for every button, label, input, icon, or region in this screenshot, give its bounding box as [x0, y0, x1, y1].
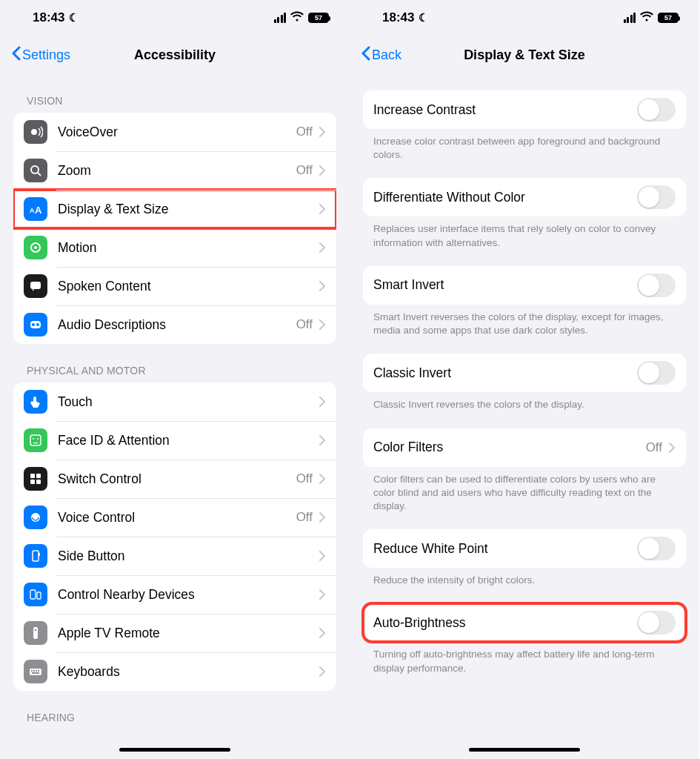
- row-touch[interactable]: Touch: [13, 382, 336, 421]
- desc-smart-invert: Smart Invert reverses the colors of the …: [350, 305, 699, 337]
- row-classic-invert[interactable]: Classic Invert: [363, 354, 686, 392]
- svg-rect-14: [36, 474, 41, 478]
- svg-rect-22: [33, 627, 38, 639]
- battery-icon: 57: [308, 13, 329, 23]
- chevron-right-icon: [668, 442, 676, 454]
- svg-point-9: [36, 323, 39, 326]
- svg-point-11: [33, 438, 34, 440]
- toggle-classic-invert[interactable]: [637, 361, 676, 385]
- side-button-icon: [24, 544, 47, 568]
- row-switch-control[interactable]: Switch Control Off: [13, 460, 336, 498]
- toggle-auto-brightness[interactable]: [637, 611, 676, 634]
- home-indicator[interactable]: [119, 748, 230, 752]
- chevron-right-icon: [319, 203, 326, 215]
- svg-point-8: [32, 323, 35, 326]
- voice-control-icon: [24, 506, 47, 529]
- chevron-right-icon: [319, 126, 326, 138]
- svg-rect-26: [33, 670, 35, 672]
- status-bar: 18:43 ☾ 57: [0, 0, 350, 36]
- row-label: VoiceOver: [58, 125, 296, 140]
- text-size-icon: AA: [24, 197, 47, 221]
- spoken-content-icon: [24, 274, 47, 298]
- group-diff-color: Differentiate Without Color: [363, 178, 686, 216]
- desc-auto-brightness: Turning off auto-brightness may affect b…: [350, 642, 699, 675]
- row-zoom[interactable]: Zoom Off: [13, 151, 336, 190]
- row-value: Off: [646, 440, 662, 455]
- row-smart-invert[interactable]: Smart Invert: [363, 266, 686, 305]
- toggle-reduce-white[interactable]: [637, 537, 676, 560]
- desc-increase-contrast: Increase color contrast between app fore…: [350, 129, 699, 162]
- row-label: Side Button: [58, 548, 319, 564]
- do-not-disturb-icon: ☾: [69, 11, 79, 24]
- row-auto-brightness[interactable]: Auto-Brightness: [363, 603, 686, 642]
- svg-point-5: [34, 246, 37, 249]
- svg-point-0: [31, 129, 37, 135]
- svg-rect-13: [30, 474, 35, 478]
- group-increase-contrast: Increase Contrast: [363, 90, 686, 129]
- toggle-increase-contrast[interactable]: [637, 98, 676, 122]
- back-button[interactable]: Back: [360, 46, 401, 64]
- row-increase-contrast[interactable]: Increase Contrast: [363, 90, 686, 129]
- audio-desc-icon: [24, 313, 47, 337]
- svg-rect-25: [31, 670, 33, 672]
- do-not-disturb-icon: ☾: [419, 11, 428, 24]
- row-label: Smart Invert: [373, 277, 637, 293]
- cellular-icon: [624, 13, 636, 23]
- svg-rect-16: [36, 480, 41, 484]
- row-label: Reduce White Point: [373, 541, 637, 557]
- chevron-left-icon: [10, 46, 21, 64]
- row-label: Classic Invert: [373, 365, 637, 381]
- status-bar: 18:43 ☾ 57: [350, 0, 699, 36]
- phone-left: 18:43 ☾ 57 Settings Accessibility VISION…: [0, 0, 350, 759]
- group-smart-invert: Smart Invert: [363, 266, 686, 305]
- section-header-vision: VISION: [0, 74, 350, 113]
- section-header-hearing: HEARING: [0, 691, 350, 729]
- row-audio-descriptions[interactable]: Audio Descriptions Off: [13, 305, 336, 344]
- chevron-right-icon: [319, 396, 326, 408]
- row-color-filters[interactable]: Color Filters Off: [363, 428, 686, 467]
- svg-rect-29: [32, 672, 39, 674]
- chevron-right-icon: [319, 165, 326, 176]
- row-faceid[interactable]: Face ID & Attention: [13, 421, 336, 460]
- row-label: Apple TV Remote: [58, 626, 319, 641]
- svg-rect-15: [30, 480, 35, 484]
- row-motion[interactable]: Motion: [13, 228, 336, 267]
- svg-rect-27: [36, 670, 37, 672]
- chevron-right-icon: [319, 666, 326, 677]
- row-apple-tv-remote[interactable]: Apple TV Remote: [13, 614, 336, 652]
- chevron-left-icon: [360, 46, 370, 64]
- home-indicator[interactable]: [469, 748, 580, 752]
- row-label: Display & Text Size: [58, 202, 319, 217]
- group-color-filters: Color Filters Off: [363, 428, 686, 467]
- svg-point-23: [35, 629, 37, 632]
- row-nearby-devices[interactable]: Control Nearby Devices: [13, 575, 336, 614]
- row-reduce-white[interactable]: Reduce White Point: [363, 529, 686, 568]
- back-button[interactable]: Settings: [10, 46, 70, 64]
- chevron-right-icon: [319, 242, 326, 253]
- cellular-icon: [274, 13, 287, 23]
- svg-text:A: A: [35, 205, 42, 216]
- chevron-right-icon: [319, 627, 326, 639]
- chevron-right-icon: [319, 434, 326, 446]
- motion-icon: [24, 236, 47, 259]
- svg-rect-20: [30, 590, 36, 599]
- svg-rect-24: [30, 669, 41, 675]
- row-voiceover[interactable]: VoiceOver Off: [13, 113, 336, 151]
- group-auto-brightness: Auto-Brightness: [363, 603, 686, 642]
- faceid-icon: [24, 428, 47, 452]
- row-voice-control[interactable]: Voice Control Off: [13, 498, 336, 537]
- toggle-smart-invert[interactable]: [637, 274, 676, 297]
- desc-classic-invert: Classic Invert reverses the colors of th…: [350, 392, 699, 411]
- row-spoken-content[interactable]: Spoken Content: [13, 267, 336, 305]
- back-label: Back: [372, 47, 401, 63]
- row-value: Off: [296, 125, 313, 139]
- row-display-text-size[interactable]: AA Display & Text Size: [13, 190, 336, 228]
- status-time: 18:43: [382, 10, 414, 25]
- row-side-button[interactable]: Side Button: [13, 537, 336, 575]
- toggle-diff-color[interactable]: [637, 185, 676, 209]
- wifi-icon: [640, 10, 653, 25]
- row-keyboards[interactable]: Keyboards: [13, 652, 336, 691]
- row-diff-color[interactable]: Differentiate Without Color: [363, 178, 686, 216]
- nav-bar: Settings Accessibility: [0, 36, 350, 74]
- row-label: Increase Contrast: [373, 102, 637, 118]
